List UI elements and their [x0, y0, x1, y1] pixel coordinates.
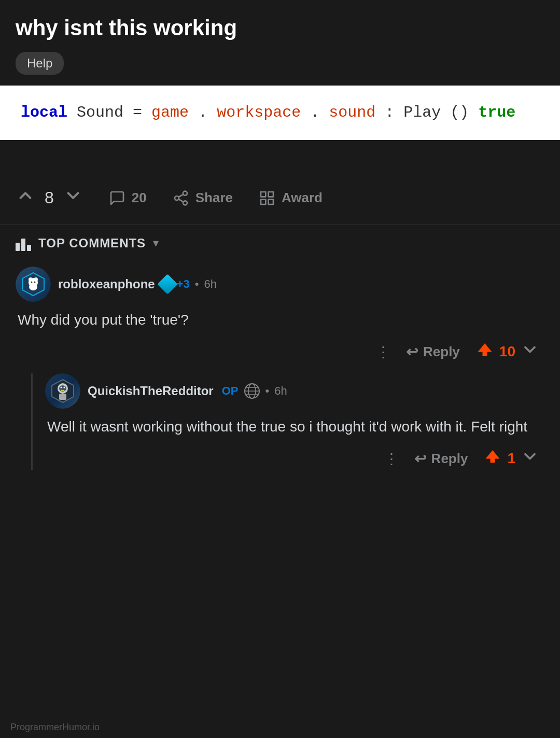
nested-comment-vote-section: 1	[483, 447, 539, 470]
code-parens: ()	[450, 104, 469, 121]
nested-comment: QuickishTheRedditor OP • 6h Well it wasn…	[31, 373, 544, 470]
comment-meta: robloxeanphone +3 • 6h	[58, 277, 217, 291]
code-dot1: .	[198, 104, 207, 121]
svg-line-4	[178, 194, 183, 197]
svg-rect-8	[261, 199, 265, 204]
avatar-image	[16, 267, 51, 302]
reply-label: Reply	[423, 344, 460, 360]
dot-separator: •	[265, 384, 270, 398]
code-block: local Sound = game . workspace . sound :…	[0, 85, 560, 140]
sort-chevron-icon[interactable]: ▾	[153, 236, 159, 250]
karma-icon	[157, 274, 178, 295]
op-badge: OP	[222, 384, 239, 398]
post-title: why isnt this working	[16, 16, 544, 40]
reply-icon: ↩	[406, 343, 418, 360]
comment-actions: ⋮ ↩ Reply 10	[16, 340, 544, 363]
share-icon	[173, 190, 189, 206]
comment-time: 6h	[204, 277, 216, 291]
globe-icon	[244, 383, 260, 399]
commenter-username[interactable]: robloxeanphone	[58, 277, 155, 291]
code-sound-path: sound	[329, 104, 375, 121]
sort-label: TOP COMMENTS	[38, 236, 146, 250]
avatar	[16, 267, 51, 302]
nested-comment-vote-count: 1	[507, 450, 515, 467]
nested-comment-downvote-icon[interactable]	[521, 447, 539, 470]
nested-comment-actions: ⋮ ↩ Reply 1	[45, 447, 544, 470]
nested-comment-time: 6h	[274, 384, 287, 398]
comment-item: robloxeanphone +3 • 6h Why did you put t…	[16, 267, 544, 470]
sort-chart-icon	[16, 235, 31, 251]
code-value-true: true	[478, 104, 515, 121]
post-actions-bar: 8 20 Share Award	[0, 171, 560, 225]
svg-line-3	[178, 199, 183, 202]
svg-rect-6	[269, 192, 273, 197]
award-label: Award	[282, 190, 323, 206]
karma-badge: +3	[160, 277, 190, 291]
svg-point-20	[61, 387, 62, 388]
more-options-icon[interactable]: ⋮	[376, 343, 390, 360]
comments-sort-bar[interactable]: TOP COMMENTS ▾	[16, 235, 544, 251]
comments-section: TOP COMMENTS ▾	[0, 225, 560, 491]
watermark: ProgrammerHumor.io	[10, 722, 100, 733]
code-workspace: workspace	[217, 104, 301, 121]
comment-upvote-icon[interactable]	[475, 340, 494, 363]
svg-point-11	[29, 277, 33, 282]
downvote-icon[interactable]	[63, 186, 83, 210]
svg-point-15	[34, 282, 36, 283]
code-dot2: .	[310, 104, 319, 121]
reply-icon: ↩	[414, 450, 426, 467]
comment-downvote-icon[interactable]	[521, 340, 539, 363]
comments-button[interactable]: 20	[109, 190, 147, 206]
nested-commenter-username[interactable]: QuickishTheRedditor	[88, 384, 214, 398]
code-method-play: Play	[403, 104, 441, 121]
comment-header: robloxeanphone +3 • 6h	[16, 267, 544, 302]
avatar-image	[45, 373, 80, 409]
vote-count: 8	[45, 188, 54, 207]
code-colon: :	[385, 104, 394, 121]
spacer	[0, 140, 560, 171]
post-tag[interactable]: Help	[16, 52, 64, 75]
post-header: why isnt this working Help	[0, 0, 560, 85]
award-button[interactable]: Award	[259, 190, 323, 206]
comment-body: Why did you put the 'true'?	[16, 309, 544, 331]
svg-point-13	[29, 283, 37, 290]
svg-point-14	[31, 282, 33, 283]
reply-label: Reply	[431, 451, 468, 467]
nested-comment-upvote-icon[interactable]	[483, 447, 502, 470]
comment-vote-count: 10	[499, 343, 515, 360]
svg-rect-18	[59, 394, 66, 400]
svg-point-21	[64, 387, 65, 388]
svg-rect-5	[261, 192, 265, 197]
vote-section: 8	[16, 186, 83, 210]
code-var-sound: Sound	[77, 104, 133, 121]
avatar-svg	[50, 378, 76, 404]
code-equals: =	[133, 104, 151, 121]
nested-comment-meta: QuickishTheRedditor OP • 6h	[88, 383, 287, 399]
dot-separator: •	[195, 277, 199, 291]
upvote-icon[interactable]	[16, 186, 35, 210]
nested-comment-header: QuickishTheRedditor OP • 6h	[45, 373, 544, 409]
svg-point-12	[34, 277, 38, 282]
avatar-svg	[20, 271, 46, 297]
comment-vote-section: 10	[475, 340, 539, 363]
code-object-game: game	[151, 104, 189, 121]
more-options-icon[interactable]: ⋮	[384, 450, 399, 467]
award-icon	[259, 190, 275, 206]
nested-reply-button[interactable]: ↩ Reply	[414, 450, 468, 467]
reply-button[interactable]: ↩ Reply	[406, 343, 460, 360]
svg-rect-7	[269, 199, 273, 204]
comments-icon	[109, 190, 125, 206]
share-label: Share	[195, 190, 233, 206]
nested-comment-body: Well it wasnt working without the true s…	[45, 416, 544, 438]
comments-count: 20	[132, 190, 147, 206]
code-line: local Sound = game . workspace . sound :…	[21, 101, 539, 124]
share-button[interactable]: Share	[173, 190, 233, 206]
avatar	[45, 373, 80, 409]
code-keyword-local: local	[21, 104, 67, 121]
karma-count: +3	[177, 277, 190, 291]
